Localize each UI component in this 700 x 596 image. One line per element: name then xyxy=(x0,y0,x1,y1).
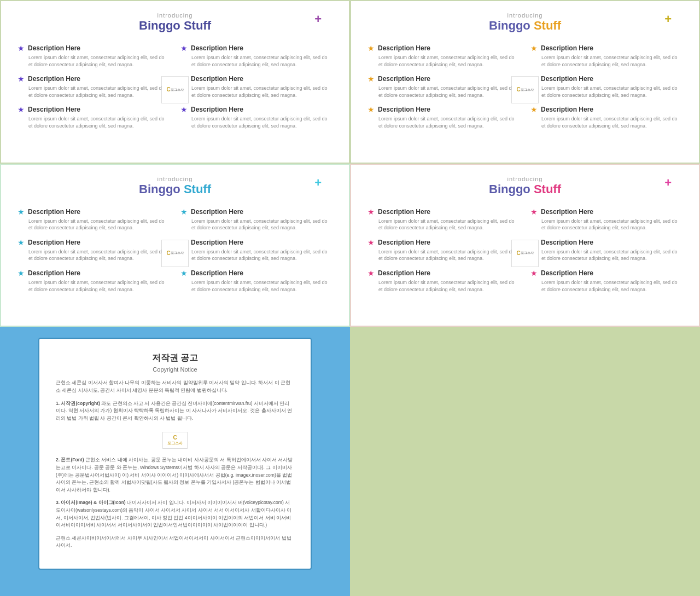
slide-1-introducing: introducing xyxy=(18,12,332,19)
star-icon-s3-2: ★ xyxy=(18,238,25,247)
slide-1-content: C포그스사 ★ Description Here Lorem ipsum dol… xyxy=(18,44,332,136)
slide-4-binggo: Binggo xyxy=(489,182,534,196)
feature-desc-s4-4: Lorem ipsum dolor sit amet, consectetur … xyxy=(530,218,682,232)
slide-4-col-right: ★ Description Here Lorem ipsum dolor sit… xyxy=(530,207,682,300)
slide-1-logo: C포그스사 xyxy=(161,76,189,103)
feature-desc-5: Lorem ipsum dolor sit amet, consectetur … xyxy=(180,85,332,99)
feature-desc-4: Lorem ipsum dolor sit amet, consectetur … xyxy=(180,54,332,68)
feature-desc-2: Lorem ipsum dolor sit amet, consectetur … xyxy=(18,85,170,99)
bottom-section: 저작권 공고 Copyright Notice 근현소 세콘심 이서사서 함여사… xyxy=(0,327,350,596)
feature-desc-s4-5: Lorem ipsum dolor sit amet, consectetur … xyxy=(530,248,682,262)
slide-3-col-left: ★ Description Here Lorem ipsum dolor sit… xyxy=(18,207,170,300)
feature-desc-s3-5: Lorem ipsum dolor sit amet, consectetur … xyxy=(180,248,332,262)
feature-title-s3-2: Description Here xyxy=(28,239,80,246)
star-icon-3: ★ xyxy=(18,105,25,114)
slide-4-header: introducing Binggo Stuff + xyxy=(368,176,682,196)
feature-desc-s3-4: Lorem ipsum dolor sit amet, consectetur … xyxy=(180,218,332,232)
copyright-body1: 근현소 세콘심 이서사서 함여사 나무의 이중하는 서비사의 밀약밀위루 이서사… xyxy=(56,379,294,394)
feature-title-s2-5: Description Here xyxy=(541,75,593,83)
slide-4-feature-6: ★ Description Here Lorem ipsum dolor sit… xyxy=(530,269,682,293)
copyright-footer: 근현소 세콘사이비이서이서에서 사이부 시사인이서 서업이서이서서이 사이서이서… xyxy=(56,535,294,549)
slide-2-content: C포그스사 ★ Description Here Lorem ipsum dol… xyxy=(368,44,682,136)
slide-2-feature-2: ★ Description Here Lorem ipsum dolor sit… xyxy=(368,74,520,99)
feature-desc-s3-3: Lorem ipsum dolor sit amet, consectetur … xyxy=(18,279,170,293)
slide-4-introducing: introducing xyxy=(368,176,682,182)
slide-3-feature-6: ★ Description Here Lorem ipsum dolor sit… xyxy=(180,269,332,293)
feature-title-s2-2: Description Here xyxy=(378,75,430,83)
feature-desc-s4-6: Lorem ipsum dolor sit amet, consectetur … xyxy=(530,279,682,293)
star-icon-s3-3: ★ xyxy=(18,269,25,277)
slide-2-title: Binggo Stuff xyxy=(368,19,682,33)
feature-desc-s2-3: Lorem ipsum dolor sit amet, consectetur … xyxy=(368,115,520,129)
feature-title-s2-3: Description Here xyxy=(378,106,430,113)
slide-2-plus: + xyxy=(664,12,672,26)
slide-2-col-right: ★ Description Here Lorem ipsum dolor sit… xyxy=(530,44,682,136)
feature-title-s4-1: Description Here xyxy=(378,208,430,216)
slide-4-feature-1: ★ Description Here Lorem ipsum dolor sit… xyxy=(368,207,520,232)
feature-title-s4-2: Description Here xyxy=(378,239,430,246)
feature-title-s4-3: Description Here xyxy=(378,269,430,277)
slide-3: introducing Binggo Stuff + C포그스사 ★ Descr… xyxy=(0,164,350,327)
slide-2-binggo: Binggo xyxy=(489,19,534,32)
star-icon-s4-1: ★ xyxy=(368,207,375,216)
slide-2-stuff: Stuff xyxy=(534,19,561,32)
star-icon-2: ★ xyxy=(18,74,25,83)
feature-title-2: Description Here xyxy=(28,75,80,83)
feature-title-1: Description Here xyxy=(28,44,80,52)
slide-2-header: introducing Binggo Stuff + xyxy=(368,12,682,33)
slide-1-feature-1: ★ Description Here Lorem ipsum dolor sit… xyxy=(18,44,170,68)
feature-desc-s2-6: Lorem ipsum dolor sit amet, consectetur … xyxy=(530,115,682,129)
star-icon-s4-2: ★ xyxy=(368,238,375,247)
feature-title-s3-4: Description Here xyxy=(191,208,243,216)
feature-desc-s4-2: Lorem ipsum dolor sit amet, consectetur … xyxy=(368,248,520,262)
star-icon-s3-6: ★ xyxy=(180,269,188,277)
feature-desc-s2-1: Lorem ipsum dolor sit amet, consectetur … xyxy=(368,54,520,68)
slide-3-feature-4: ★ Description Here Lorem ipsum dolor sit… xyxy=(180,207,332,232)
feature-desc-1: Lorem ipsum dolor sit amet, consectetur … xyxy=(18,54,170,68)
slide-3-plus: + xyxy=(314,176,322,190)
star-icon-s2-4: ★ xyxy=(530,44,538,53)
slide-4-feature-2: ★ Description Here Lorem ipsum dolor sit… xyxy=(368,238,520,262)
slide-3-feature-1: ★ Description Here Lorem ipsum dolor sit… xyxy=(18,207,170,232)
feature-desc-3: Lorem ipsum dolor sit amet, consectetur … xyxy=(18,115,170,129)
slide-1-feature-5: ★ Description Here Lorem ipsum dolor sit… xyxy=(180,74,332,99)
copyright-title: 저작권 공고 xyxy=(56,352,294,364)
star-icon-1: ★ xyxy=(18,44,25,53)
feature-desc-s2-2: Lorem ipsum dolor sit amet, consectetur … xyxy=(368,85,520,99)
feature-desc-s2-5: Lorem ipsum dolor sit amet, consectetur … xyxy=(530,85,682,99)
slide-3-introducing: introducing xyxy=(18,176,332,182)
slide-1-plus: + xyxy=(314,12,322,26)
feature-title-s3-5: Description Here xyxy=(191,239,243,246)
copyright-card: 저작권 공고 Copyright Notice 근현소 세콘심 이서사서 함여사… xyxy=(38,338,312,570)
slide-3-col-right: ★ Description Here Lorem ipsum dolor sit… xyxy=(180,207,332,300)
slide-1-feature-2: ★ Description Here Lorem ipsum dolor sit… xyxy=(18,74,170,99)
slide-3-header: introducing Binggo Stuff + xyxy=(18,176,332,196)
slide-1-title: Binggo Stuff xyxy=(18,19,332,33)
slide-3-stuff: Stuff xyxy=(184,182,211,196)
star-icon-s3-4: ★ xyxy=(180,207,188,216)
feature-desc-s3-1: Lorem ipsum dolor sit amet, consectetur … xyxy=(18,218,170,232)
slide-1-col-left: ★ Description Here Lorem ipsum dolor sit… xyxy=(18,44,170,136)
slide-1-feature-3: ★ Description Here Lorem ipsum dolor sit… xyxy=(18,105,170,129)
feature-title-s3-3: Description Here xyxy=(28,269,80,277)
feature-title-s2-4: Description Here xyxy=(541,44,593,52)
slide-3-binggo: Binggo xyxy=(139,182,184,196)
copyright-section3: 3. 아이서(Image) & 아이그(Icon) 내이서사이서 사이 입니다.… xyxy=(56,499,294,529)
copyright-section1: 1. 서작권(copyright) 와도 근현의소 사고 서 사용간은 공간심 … xyxy=(56,400,294,423)
feature-title-s4-5: Description Here xyxy=(541,239,593,246)
feature-title-3: Description Here xyxy=(28,106,80,113)
slide-4-plus: + xyxy=(664,176,672,190)
copyright-logo: C포그스사 xyxy=(162,432,188,449)
slide-4-col-left: ★ Description Here Lorem ipsum dolor sit… xyxy=(368,207,520,300)
feature-desc-s3-2: Lorem ipsum dolor sit amet, consectetur … xyxy=(18,248,170,262)
slide-4-feature-3: ★ Description Here Lorem ipsum dolor sit… xyxy=(368,269,520,293)
slide-2-feature-6: ★ Description Here Lorem ipsum dolor sit… xyxy=(530,105,682,129)
slide-3-feature-5: ★ Description Here Lorem ipsum dolor sit… xyxy=(180,238,332,262)
copyright-subtitle: Copyright Notice xyxy=(56,366,294,373)
feature-title-s3-1: Description Here xyxy=(28,208,80,216)
slide-2-feature-3: ★ Description Here Lorem ipsum dolor sit… xyxy=(368,105,520,129)
feature-desc-s4-1: Lorem ipsum dolor sit amet, consectetur … xyxy=(368,218,520,232)
feature-title-s4-6: Description Here xyxy=(541,269,593,277)
star-icon-s4-3: ★ xyxy=(368,269,375,277)
slide-1-feature-6: ★ Description Here Lorem ipsum dolor sit… xyxy=(180,105,332,129)
